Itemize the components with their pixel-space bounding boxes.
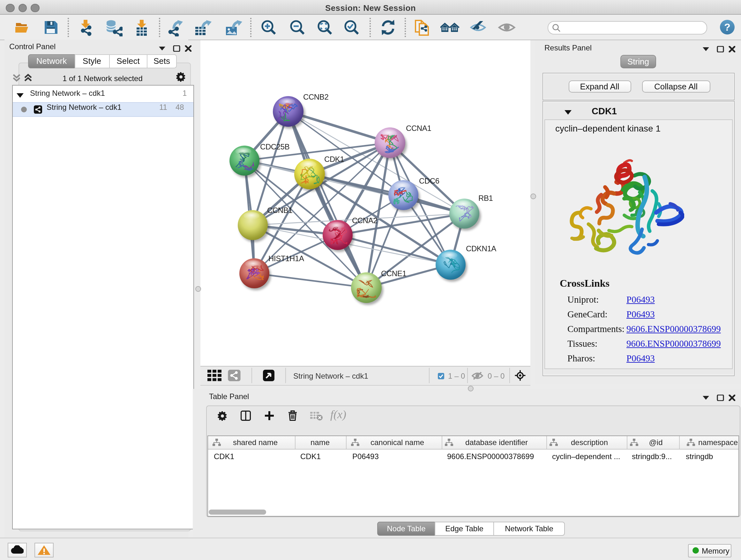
svg-text:CDC25B: CDC25B — [260, 142, 289, 151]
svg-text:RB1: RB1 — [478, 193, 493, 202]
svg-text:CCNE1: CCNE1 — [381, 269, 406, 277]
svg-text:CCNA2: CCNA2 — [352, 216, 377, 225]
svg-text:CDC6: CDC6 — [419, 176, 440, 185]
svg-text:HIST1H1A: HIST1H1A — [268, 254, 304, 262]
svg-text:CCNA1: CCNA1 — [406, 124, 431, 132]
svg-text:CDK1: CDK1 — [324, 154, 344, 163]
svg-text:CCNB1: CCNB1 — [267, 206, 292, 214]
svg-text:CCNB2: CCNB2 — [303, 92, 328, 101]
svg-text:CDKN1A: CDKN1A — [466, 244, 496, 253]
